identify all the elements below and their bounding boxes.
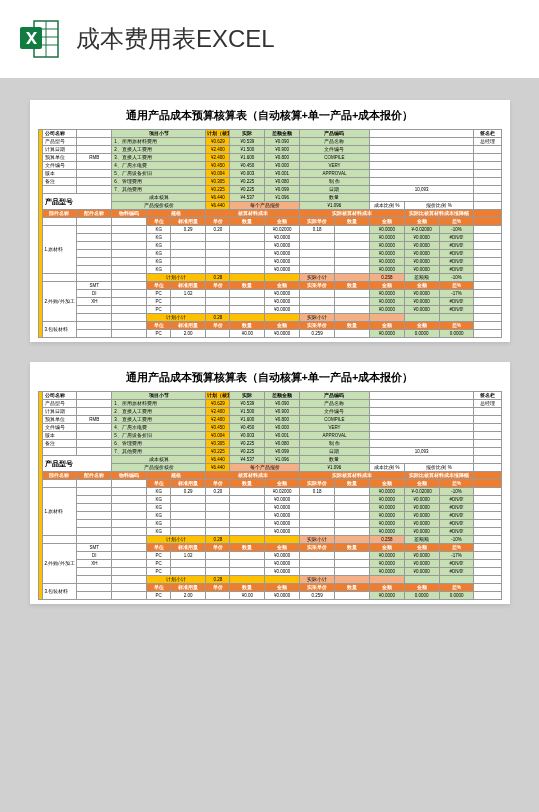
- cost-table: 公司名称 项目小节 计划（核算） 实际 差额金额 产品编码 签名栏 产品型号1、…: [38, 129, 502, 338]
- page-header: 成本费用表EXCEL: [0, 0, 539, 78]
- excel-icon: [18, 17, 62, 61]
- sheet-title-2: 通用产品成本预算核算表（自动核算+单一产品+成本报价）: [38, 370, 502, 385]
- stamp-cell: 签名栏: [474, 130, 501, 138]
- cost-table-2: 公司名称 项目小节 计划（核算） 实际 差额金额 产品编码 签名栏 产品型号1、…: [38, 391, 502, 600]
- preview-area: 通用产品成本预算核算表（自动核算+单一产品+成本报价） 公司名称 项目小节 计划…: [0, 78, 539, 812]
- sheet-title: 通用产品成本预算核算表（自动核算+单一产品+成本报价）: [38, 108, 502, 123]
- spreadsheet-preview-1: 通用产品成本预算核算表（自动核算+单一产品+成本报价） 公司名称 项目小节 计划…: [30, 100, 510, 342]
- spreadsheet-preview-2: 通用产品成本预算核算表（自动核算+单一产品+成本报价） 公司名称 项目小节 计划…: [30, 362, 510, 604]
- page-title: 成本费用表EXCEL: [76, 23, 275, 55]
